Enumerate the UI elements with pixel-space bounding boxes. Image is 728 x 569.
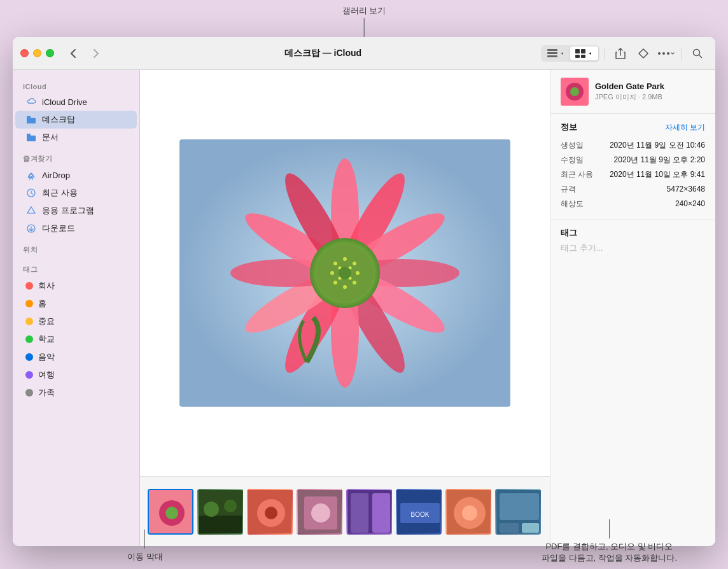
thumbnail-2[interactable]	[197, 489, 243, 535]
tag-home-label: 홈	[38, 298, 46, 309]
desktop-label: 데스크탑	[42, 114, 75, 125]
info-section: 정보 자세히 보기 생성일 2020년 11월 9일 오전 10:46 수정일 …	[550, 114, 715, 220]
dimensions-value: 5472×3648	[667, 185, 705, 193]
file-preview-main	[140, 70, 550, 476]
thumbnail-4[interactable]	[297, 489, 342, 535]
sidebar-item-downloads[interactable]: 다운로드	[15, 220, 137, 237]
thumbnail-7[interactable]	[445, 489, 491, 535]
svg-rect-6	[581, 55, 585, 58]
downloads-icon	[25, 223, 37, 234]
desktop-folder-icon	[25, 114, 37, 125]
info-row-modified: 수정일 2020년 11월 9일 오후 2:20	[561, 153, 705, 167]
icloud-drive-label: iCloud Drive	[42, 97, 87, 107]
svg-point-8	[662, 52, 665, 55]
svg-rect-12	[27, 118, 36, 123]
sidebar-item-tag-family[interactable]: 가족	[15, 384, 137, 402]
svg-point-38	[343, 285, 347, 289]
thumbnail-1[interactable]	[148, 489, 193, 535]
svg-point-35	[353, 262, 356, 265]
minimize-button[interactable]	[33, 49, 41, 57]
search-button[interactable]	[687, 43, 708, 64]
svg-rect-1	[547, 52, 557, 54]
resolution-label: 해상도	[561, 199, 584, 209]
list-view-button[interactable]	[542, 46, 570, 60]
svg-point-48	[165, 507, 178, 519]
svg-rect-69	[500, 493, 539, 520]
documents-folder-icon	[25, 132, 37, 143]
info-section-header: 정보 자세히 보기	[561, 122, 705, 133]
info-detail-link[interactable]: 자세히 보기	[665, 122, 705, 133]
forward-button[interactable]	[87, 45, 105, 62]
divider-2	[682, 47, 682, 60]
thumbnail-strip: BOOK	[140, 476, 550, 546]
svg-text:BOOK: BOOK	[411, 511, 430, 518]
svg-rect-4	[581, 49, 585, 53]
sidebar-item-tag-travel[interactable]: 여행	[15, 366, 137, 384]
tag-family-label: 가족	[38, 387, 55, 398]
tag-important-dot	[25, 318, 33, 325]
rotate-icon	[549, 486, 550, 506]
resolution-value: 240×240	[675, 199, 705, 208]
svg-rect-70	[500, 523, 519, 533]
sidebar-item-desktop[interactable]: 데스크탑	[15, 111, 137, 129]
file-thumbnail	[561, 78, 589, 106]
tag-button[interactable]	[633, 43, 654, 64]
created-value: 2020년 11월 9일 오전 10:46	[610, 140, 705, 151]
thumbnail-3[interactable]	[247, 489, 293, 535]
sidebar-item-tag-company[interactable]: 회사	[15, 277, 137, 295]
preview-image	[179, 139, 510, 407]
tags-section: 태그 태그 추가...	[550, 220, 715, 262]
svg-point-37	[353, 281, 356, 284]
created-label: 생성일	[561, 140, 584, 151]
svg-rect-0	[547, 49, 557, 51]
svg-rect-50	[199, 516, 243, 535]
thumbnail-5[interactable]	[346, 489, 392, 535]
thumbnail-6[interactable]: BOOK	[396, 489, 442, 535]
info-row-dimensions: 규격 5472×3648	[561, 182, 705, 197]
gallery-view-button[interactable]	[570, 46, 598, 60]
svg-point-36	[356, 271, 360, 275]
sidebar-item-documents[interactable]: 문서	[15, 129, 137, 146]
tag-home-dot	[25, 300, 33, 307]
applications-label: 응용 프로그램	[42, 205, 94, 216]
view-switcher	[541, 45, 599, 62]
close-button[interactable]	[20, 49, 29, 57]
airdrop-label: AirDrop	[42, 171, 70, 180]
tag-company-dot	[25, 282, 33, 290]
sidebar-item-icloud-drive[interactable]: iCloud Drive	[15, 93, 137, 111]
sidebar-item-airdrop[interactable]: AirDrop	[15, 166, 137, 184]
thumbnail-8[interactable]	[495, 489, 541, 535]
tag-company-label: 회사	[38, 280, 55, 292]
sidebar-item-tag-school[interactable]: 학교	[15, 330, 137, 348]
sidebar-item-tag-important[interactable]: 중요	[15, 313, 137, 330]
sidebar-item-tag-home[interactable]: 홈	[15, 295, 137, 313]
tags-placeholder[interactable]: 태그 추가...	[561, 242, 705, 254]
sidebar-item-recents[interactable]: 최근 사용	[15, 184, 137, 202]
svg-point-9	[667, 52, 669, 55]
info-row-created: 생성일 2020년 11월 9일 오전 10:46	[561, 138, 705, 153]
svg-rect-2	[547, 55, 557, 57]
toolbar-icons	[541, 43, 708, 64]
more-actions-annotation: PDF를 결합하고, 오디오 및 비디오파일을 다듬고, 작업을 자동화합니다.	[542, 519, 677, 564]
info-row-resolution: 해상도 240×240	[561, 197, 705, 211]
share-button[interactable]	[610, 43, 631, 64]
applications-icon	[25, 205, 37, 216]
tag-travel-label: 여행	[38, 369, 55, 381]
svg-point-34	[343, 257, 347, 261]
sidebar-item-tag-music[interactable]: 음악	[15, 348, 137, 366]
svg-point-80	[570, 87, 579, 96]
sidebar-item-applications[interactable]: 응용 프로그램	[15, 202, 137, 220]
more-button[interactable]	[656, 43, 676, 64]
info-section-title: 정보	[561, 122, 577, 133]
svg-rect-71	[522, 523, 539, 533]
back-button[interactable]	[64, 45, 82, 62]
svg-point-51	[204, 502, 219, 517]
title-bar: 데스크탑 — iCloud	[13, 37, 715, 70]
svg-point-58	[311, 503, 330, 523]
maximize-button[interactable]	[46, 49, 54, 57]
file-info-header: Golden Gate Park JPEG 이미지 · 2.9MB	[595, 81, 705, 102]
modified-value: 2020년 11월 9일 오후 2:20	[614, 155, 705, 165]
tag-school-dot	[25, 335, 33, 343]
sidebar-section-favorites: 즐겨찾기	[13, 146, 139, 166]
file-meta: JPEG 이미지 · 2.9MB	[595, 92, 705, 102]
